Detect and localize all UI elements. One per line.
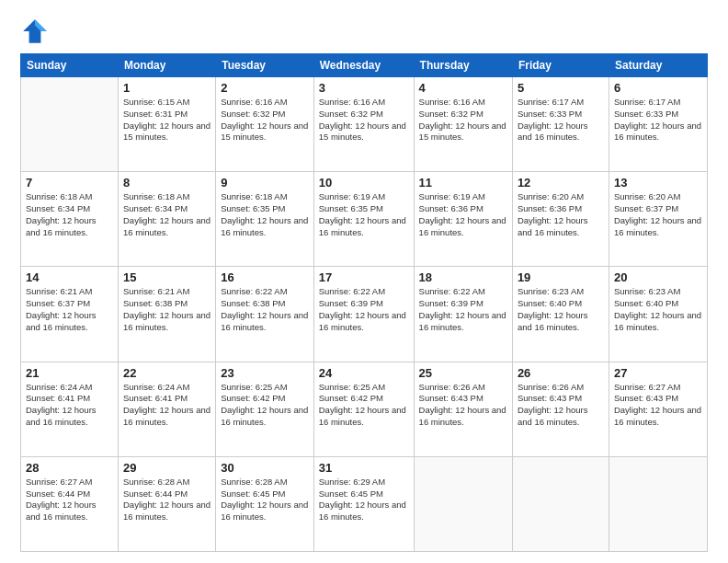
day-number: 10 [319, 176, 409, 190]
logo [20, 17, 55, 46]
day-number: 14 [26, 270, 113, 284]
day-cell [512, 456, 609, 551]
day-cell: 24Sunrise: 6:25 AM Sunset: 6:42 PM Dayli… [313, 362, 414, 456]
day-info: Sunrise: 6:26 AM Sunset: 6:43 PM Dayligh… [419, 382, 507, 429]
day-number: 5 [518, 81, 604, 95]
calendar-header-row: SundayMondayTuesdayWednesdayThursdayFrid… [21, 54, 708, 77]
day-number: 11 [419, 176, 507, 190]
day-info: Sunrise: 6:17 AM Sunset: 6:33 PM Dayligh… [518, 97, 604, 144]
day-number: 9 [221, 176, 309, 190]
day-cell: 6Sunrise: 6:17 AM Sunset: 6:33 PM Daylig… [609, 77, 707, 172]
day-number: 24 [319, 366, 409, 380]
day-info: Sunrise: 6:17 AM Sunset: 6:33 PM Dayligh… [614, 97, 702, 144]
day-cell: 9Sunrise: 6:18 AM Sunset: 6:35 PM Daylig… [216, 172, 314, 267]
week-row-5: 28Sunrise: 6:27 AM Sunset: 6:44 PM Dayli… [21, 456, 708, 551]
day-cell: 20Sunrise: 6:23 AM Sunset: 6:40 PM Dayli… [609, 267, 707, 362]
day-info: Sunrise: 6:16 AM Sunset: 6:32 PM Dayligh… [419, 97, 507, 144]
day-info: Sunrise: 6:28 AM Sunset: 6:44 PM Dayligh… [123, 477, 210, 523]
day-cell [414, 456, 512, 551]
day-cell: 1Sunrise: 6:15 AM Sunset: 6:31 PM Daylig… [118, 77, 215, 172]
day-cell [609, 456, 707, 551]
day-info: Sunrise: 6:20 AM Sunset: 6:36 PM Dayligh… [518, 191, 604, 238]
day-info: Sunrise: 6:19 AM Sunset: 6:35 PM Dayligh… [319, 191, 409, 238]
day-cell: 14Sunrise: 6:21 AM Sunset: 6:37 PM Dayli… [21, 267, 119, 362]
day-number: 17 [319, 270, 409, 284]
day-cell: 2Sunrise: 6:16 AM Sunset: 6:32 PM Daylig… [216, 77, 314, 172]
page: SundayMondayTuesdayWednesdayThursdayFrid… [0, 0, 728, 563]
day-cell: 29Sunrise: 6:28 AM Sunset: 6:44 PM Dayli… [118, 456, 215, 551]
day-cell: 4Sunrise: 6:16 AM Sunset: 6:32 PM Daylig… [414, 77, 512, 172]
day-cell [21, 77, 119, 172]
day-info: Sunrise: 6:25 AM Sunset: 6:42 PM Dayligh… [221, 382, 309, 429]
day-info: Sunrise: 6:20 AM Sunset: 6:37 PM Dayligh… [614, 191, 702, 238]
day-info: Sunrise: 6:22 AM Sunset: 6:39 PM Dayligh… [419, 286, 507, 333]
day-info: Sunrise: 6:18 AM Sunset: 6:35 PM Dayligh… [221, 191, 309, 238]
day-cell: 12Sunrise: 6:20 AM Sunset: 6:36 PM Dayli… [512, 172, 609, 267]
day-cell: 15Sunrise: 6:21 AM Sunset: 6:38 PM Dayli… [118, 267, 215, 362]
day-number: 31 [319, 461, 409, 475]
day-number: 4 [419, 81, 507, 95]
day-cell: 17Sunrise: 6:22 AM Sunset: 6:39 PM Dayli… [313, 267, 414, 362]
day-number: 18 [419, 270, 507, 284]
day-number: 21 [26, 366, 113, 380]
day-info: Sunrise: 6:24 AM Sunset: 6:41 PM Dayligh… [26, 382, 113, 429]
col-header-thursday: Thursday [414, 54, 512, 77]
day-number: 19 [518, 270, 604, 284]
col-header-wednesday: Wednesday [313, 54, 414, 77]
day-number: 29 [123, 461, 210, 475]
day-info: Sunrise: 6:18 AM Sunset: 6:34 PM Dayligh… [123, 191, 210, 238]
day-info: Sunrise: 6:21 AM Sunset: 6:38 PM Dayligh… [123, 286, 210, 333]
day-info: Sunrise: 6:15 AM Sunset: 6:31 PM Dayligh… [123, 97, 210, 144]
day-number: 28 [26, 461, 113, 475]
day-info: Sunrise: 6:23 AM Sunset: 6:40 PM Dayligh… [518, 286, 604, 333]
week-row-3: 14Sunrise: 6:21 AM Sunset: 6:37 PM Dayli… [21, 267, 708, 362]
day-number: 2 [221, 81, 309, 95]
day-number: 25 [419, 366, 507, 380]
day-number: 26 [518, 366, 604, 380]
day-info: Sunrise: 6:26 AM Sunset: 6:43 PM Dayligh… [518, 382, 604, 429]
day-number: 12 [518, 176, 604, 190]
day-cell: 5Sunrise: 6:17 AM Sunset: 6:33 PM Daylig… [512, 77, 609, 172]
day-cell: 3Sunrise: 6:16 AM Sunset: 6:32 PM Daylig… [313, 77, 414, 172]
day-info: Sunrise: 6:21 AM Sunset: 6:37 PM Dayligh… [26, 286, 113, 333]
day-info: Sunrise: 6:18 AM Sunset: 6:34 PM Dayligh… [26, 191, 113, 238]
col-header-monday: Monday [118, 54, 215, 77]
col-header-saturday: Saturday [609, 54, 707, 77]
day-cell: 10Sunrise: 6:19 AM Sunset: 6:35 PM Dayli… [313, 172, 414, 267]
day-number: 22 [123, 366, 210, 380]
day-cell: 31Sunrise: 6:29 AM Sunset: 6:45 PM Dayli… [313, 456, 414, 551]
day-info: Sunrise: 6:19 AM Sunset: 6:36 PM Dayligh… [419, 191, 507, 238]
day-cell: 26Sunrise: 6:26 AM Sunset: 6:43 PM Dayli… [512, 362, 609, 456]
day-cell: 22Sunrise: 6:24 AM Sunset: 6:41 PM Dayli… [118, 362, 215, 456]
day-cell: 7Sunrise: 6:18 AM Sunset: 6:34 PM Daylig… [21, 172, 119, 267]
day-info: Sunrise: 6:22 AM Sunset: 6:39 PM Dayligh… [319, 286, 409, 333]
day-info: Sunrise: 6:29 AM Sunset: 6:45 PM Dayligh… [319, 477, 409, 523]
day-info: Sunrise: 6:24 AM Sunset: 6:41 PM Dayligh… [123, 382, 210, 429]
day-cell: 16Sunrise: 6:22 AM Sunset: 6:38 PM Dayli… [216, 267, 314, 362]
day-number: 16 [221, 270, 309, 284]
day-info: Sunrise: 6:16 AM Sunset: 6:32 PM Dayligh… [221, 97, 309, 144]
day-info: Sunrise: 6:16 AM Sunset: 6:32 PM Dayligh… [319, 97, 409, 144]
day-info: Sunrise: 6:25 AM Sunset: 6:42 PM Dayligh… [319, 382, 409, 429]
day-cell: 27Sunrise: 6:27 AM Sunset: 6:43 PM Dayli… [609, 362, 707, 456]
col-header-sunday: Sunday [21, 54, 119, 77]
day-cell: 11Sunrise: 6:19 AM Sunset: 6:36 PM Dayli… [414, 172, 512, 267]
day-number: 13 [614, 176, 702, 190]
week-row-4: 21Sunrise: 6:24 AM Sunset: 6:41 PM Dayli… [21, 362, 708, 456]
day-number: 20 [614, 270, 702, 284]
day-cell: 19Sunrise: 6:23 AM Sunset: 6:40 PM Dayli… [512, 267, 609, 362]
day-cell: 30Sunrise: 6:28 AM Sunset: 6:45 PM Dayli… [216, 456, 314, 551]
day-number: 27 [614, 366, 702, 380]
day-number: 1 [123, 81, 210, 95]
logo-icon [20, 17, 50, 46]
week-row-2: 7Sunrise: 6:18 AM Sunset: 6:34 PM Daylig… [21, 172, 708, 267]
day-cell: 23Sunrise: 6:25 AM Sunset: 6:42 PM Dayli… [216, 362, 314, 456]
day-info: Sunrise: 6:22 AM Sunset: 6:38 PM Dayligh… [221, 286, 309, 333]
day-cell: 21Sunrise: 6:24 AM Sunset: 6:41 PM Dayli… [21, 362, 119, 456]
day-info: Sunrise: 6:27 AM Sunset: 6:44 PM Dayligh… [26, 477, 113, 523]
day-cell: 13Sunrise: 6:20 AM Sunset: 6:37 PM Dayli… [609, 172, 707, 267]
day-number: 23 [221, 366, 309, 380]
col-header-tuesday: Tuesday [216, 54, 314, 77]
day-number: 8 [123, 176, 210, 190]
day-cell: 8Sunrise: 6:18 AM Sunset: 6:34 PM Daylig… [118, 172, 215, 267]
